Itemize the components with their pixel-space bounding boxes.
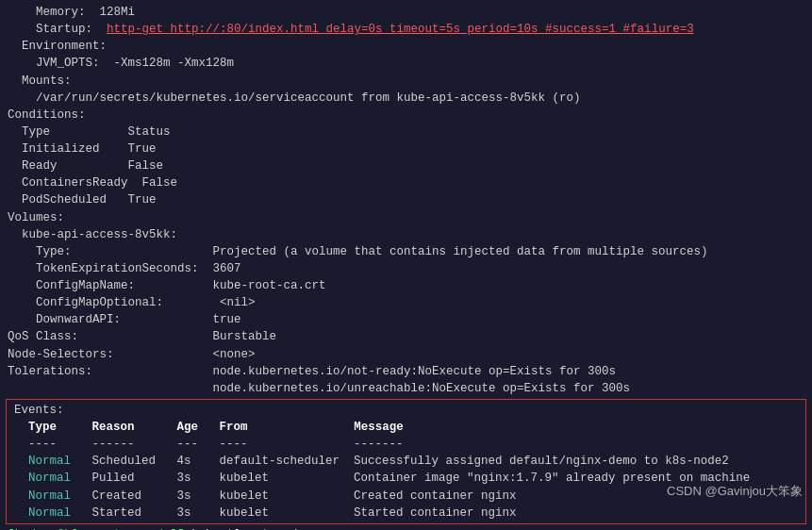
line-token-exp: TokenExpirationSeconds: 3607: [0, 260, 812, 277]
line-mount-path: /var/run/secrets/kubernetes.io/serviceac…: [0, 90, 812, 107]
kubectl-command-line: [hadoop@k8s-master pods]$ kubectl get po…: [0, 526, 812, 530]
line-memory: Memory: 128Mi: [0, 4, 812, 21]
line-configmap-name: ConfigMapName: kube-root-ca.crt: [0, 277, 812, 294]
line-volumes: Volumes:: [0, 209, 812, 226]
events-section: Events: Type Reason Age From Message ---…: [6, 399, 806, 524]
line-tolerations1: Tolerations: node.kubernetes.io/not-read…: [0, 363, 812, 380]
watermark: CSDN @Gavinjou大笨象: [667, 483, 803, 500]
line-type-status: Type Status: [0, 124, 812, 141]
line-kube-api: kube-api-access-8v5kk:: [0, 226, 812, 243]
line-configmap-opt: ConfigMapOptional: <nil>: [0, 294, 812, 311]
line-node-sel: Node-Selectors: <none>: [0, 346, 812, 363]
line-initialized: Initialized True: [0, 141, 812, 157]
line-pod-scheduled: PodScheduled True: [0, 191, 812, 208]
startup-value: http-get http://:80/index.html delay=0s …: [107, 23, 694, 36]
line-vol-type: Type: Projected (a volume that contains …: [0, 243, 812, 260]
line-tolerations2: node.kubernetes.io/unreachable:NoExecute…: [0, 380, 812, 397]
line-env: Environment:: [0, 38, 812, 55]
line-startup: Startup: http-get http://:80/index.html …: [0, 21, 812, 38]
events-dividers: ---- ------ --- ---- -------: [10, 436, 802, 453]
line-mounts: Mounts:: [0, 73, 812, 90]
line-jvm: JVM_OPTS: -Xms128m -Xmx128m: [0, 55, 812, 72]
terminal: Memory: 128Mi Startup: http-get http://:…: [0, 0, 812, 530]
events-header: Events:: [10, 402, 802, 419]
line-containers-ready: ContainersReady False: [0, 174, 812, 191]
events-columns: Type Reason Age From Message: [10, 419, 802, 436]
line-downward-api: DownwardAPI: true: [0, 311, 812, 328]
line-conditions: Conditions:: [0, 107, 812, 124]
line-ready: Ready False: [0, 157, 812, 174]
events-row-1: Normal Scheduled 4s default-scheduler Su…: [10, 453, 802, 470]
events-row-4: Normal Started 3s kubelet Started contai…: [10, 505, 802, 522]
line-qos: QoS Class: Burstable: [0, 328, 812, 345]
